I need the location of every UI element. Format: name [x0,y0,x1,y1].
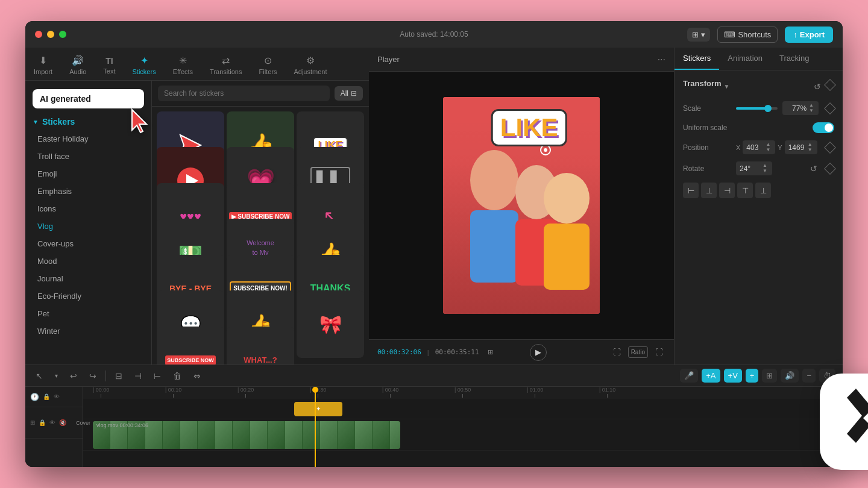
stickers-category-header[interactable]: ▼ Stickers [25,113,151,130]
merge-btn[interactable]: ⊞ [762,369,777,383]
tab-filters[interactable]: ⊙ Filters [250,52,285,78]
scale-slider-thumb[interactable] [764,105,772,112]
sidebar-item-icons[interactable]: Icons [25,200,151,217]
scale-row: Scale 77% ▲ ▼ [683,101,834,115]
align-center-v[interactable]: ⊥ [755,183,771,198]
search-input[interactable] [158,86,330,101]
minus-btn[interactable]: − [802,369,816,383]
sticker-cell-what[interactable]: WHAT...? [227,327,294,364]
sidebar-item-emphasis[interactable]: Emphasis [25,183,151,200]
align-center-h[interactable]: ⊥ [701,183,717,198]
select-tool[interactable]: ↖ [33,369,46,383]
scale-value-box[interactable]: 77% ▲ ▼ [782,101,819,115]
pos-x-down[interactable]: ▼ [764,148,772,152]
position-x-box[interactable]: 403 ▲ ▼ [743,140,775,154]
shortcuts-button[interactable]: ⌨ Shortcuts [717,27,778,43]
transitions-icon: ⇄ [222,55,230,66]
pos-y-up[interactable]: ▲ [807,142,814,147]
tab-tracking[interactable]: Tracking [771,48,817,70]
rotate-keyframe-button[interactable] [824,163,836,175]
tab-animation[interactable]: Animation [719,48,771,70]
fullscreen-player-button[interactable]: ⛶ [653,346,665,358]
player-controls: 00:00:32:06 | 00:00:35:11 ⊞ ▶ ⛶ Ratio ⛶ [369,339,674,364]
rotate-up[interactable]: ▲ [761,163,769,168]
tab-adjustment[interactable]: ⚙ Adjustment [285,52,335,78]
keyframe-button[interactable] [824,79,836,91]
scale-slider[interactable] [736,107,778,110]
close-button[interactable] [35,31,42,38]
grid-view-button[interactable]: ⊞ ▾ [687,28,710,42]
select-tool-dropdown[interactable]: ▾ [52,371,61,381]
reset-button[interactable]: ↺ [813,81,822,93]
sidebar-item-vlog[interactable]: Vlog [25,217,151,235]
ratio-button[interactable]: Ratio [628,346,648,358]
rotate-reset[interactable]: ↺ [809,163,819,175]
tab-stickers[interactable]: ✦ Stickers [124,52,165,78]
tab-stickers-properties[interactable]: Stickers [675,48,719,70]
align-top-edge[interactable]: ⊤ [737,183,753,198]
people-silhouette [443,119,600,314]
mic-button[interactable]: 🎤 [680,369,698,383]
all-filter-button[interactable]: All ⊟ [335,86,363,101]
sticker-cell-bow[interactable]: 🎀 [297,290,364,358]
position-y-box[interactable]: 1469 ▲ ▼ [785,140,817,154]
video-clip-btn[interactable]: +V [724,369,742,383]
lock-icon: 🔒 [43,393,50,400]
rotate-value-box[interactable]: 24° ▲ ▼ [736,161,772,175]
sidebar-item-emoji[interactable]: Emoji [25,165,151,183]
tick-60: | 01:00 [527,387,543,398]
tab-transitions[interactable]: ⇄ Transitions [201,52,250,78]
delete-tool[interactable]: 🗑 [170,369,184,383]
align-right-edge[interactable]: ⊣ [719,183,735,198]
scale-down-btn[interactable]: ▼ [808,108,815,113]
sticker-cell-sub-now[interactable]: SUBSCRIBE NOW [157,327,224,364]
video-clip[interactable]: vlog.mov 00:00:34:06 [93,421,400,449]
sidebar-item-easter-holiday[interactable]: Easter Holiday [25,130,151,148]
tick-0: | 00:00 [93,387,109,398]
sidebar-item-troll-face[interactable]: Troll face [25,148,151,165]
uniform-scale-label: Uniform scale [683,124,731,132]
video-thumb [233,421,250,449]
ai-generated-button[interactable]: AI generated [33,89,144,108]
sidebar-item-pet[interactable]: Pet [25,305,151,322]
voice-over-btn[interactable]: 🔊 [781,369,799,383]
playhead[interactable] [315,387,316,399]
sidebar-item-eco-friendly[interactable]: Eco-Friendly [25,287,151,305]
play-button[interactable]: ▶ [530,344,547,361]
audio-clip-btn[interactable]: +A [702,369,720,383]
pos-x-up[interactable]: ▲ [764,142,772,147]
crop-button[interactable]: ⛶ [611,346,623,358]
rotate-down[interactable]: ▼ [761,169,769,174]
minimize-button[interactable] [47,31,54,38]
more-clip-btn[interactable]: + [746,369,759,383]
tab-text[interactable]: TI Text [95,54,124,77]
undo-tool[interactable]: ↩ [67,369,80,383]
scale-keyframe-button[interactable] [824,102,836,114]
align-left-edge[interactable]: ⊢ [683,183,699,198]
split-tool[interactable]: ⊟ [112,369,125,383]
position-keyframe-button[interactable] [824,142,836,154]
right-panel: Stickers Animation Tracking Transform ▼ … [674,48,843,364]
fullscreen-button[interactable] [59,31,66,38]
redo-tool[interactable]: ↪ [86,369,99,383]
sidebar-item-winter[interactable]: Winter [25,322,151,340]
pos-y-down[interactable]: ▼ [807,148,814,152]
split-left-tool[interactable]: ⊣ [131,369,145,383]
split-right-tool[interactable]: ⊢ [151,369,164,383]
sidebar-item-mood[interactable]: Mood [25,252,151,270]
sidebar-item-cover-ups[interactable]: Cover-ups [25,235,151,252]
mirror-tool[interactable]: ⇔ [190,369,204,383]
search-bar-row: All ⊟ [152,81,369,107]
tab-import[interactable]: ⬇ Import [25,52,61,78]
scale-up-btn[interactable]: ▲ [808,103,815,108]
tab-effects[interactable]: ✳ Effects [165,52,201,78]
tick-50: | 00:50 [454,387,471,398]
current-time: 00:00:32:06 [377,348,421,356]
sidebar-item-journal[interactable]: Journal [25,270,151,287]
export-button[interactable]: ↑ Export [785,27,833,43]
tab-audio[interactable]: 🔊 Audio [61,52,95,78]
uniform-scale-toggle[interactable] [813,122,834,133]
grid-ctrl-btn[interactable]: ⊞ [485,347,495,357]
player-menu-icon[interactable]: ··· [658,54,665,65]
sticker-clip[interactable]: ✦ [294,402,342,416]
